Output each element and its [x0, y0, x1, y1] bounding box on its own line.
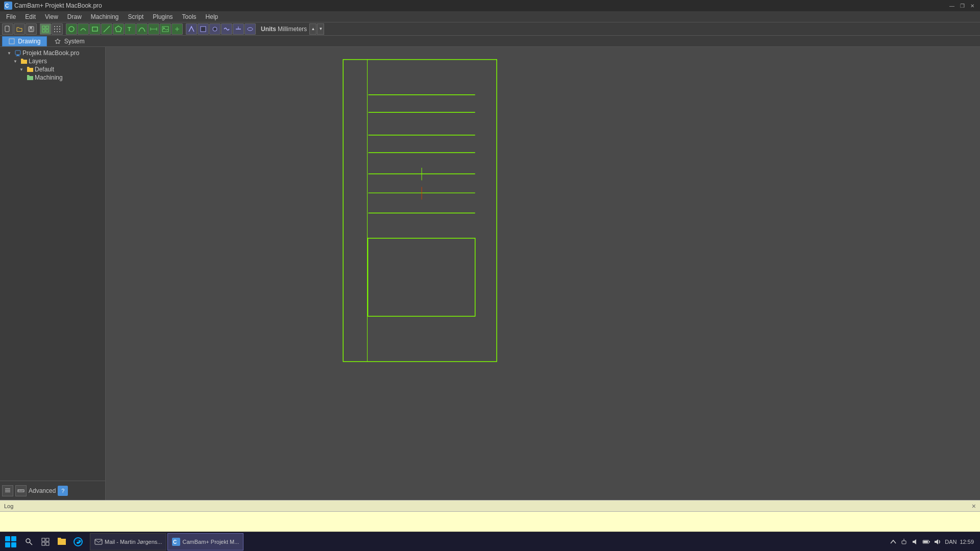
mach-profile-button[interactable]: [186, 23, 197, 35]
svg-point-64: [26, 539, 30, 543]
draw-circle-button[interactable]: [66, 23, 77, 35]
save-button[interactable]: [26, 23, 37, 35]
layers-folder-icon: [20, 58, 28, 65]
draw-arc-button[interactable]: [78, 23, 89, 35]
taskbar-apps: Mail - Martin Jørgens... C CamBam+ Proje…: [90, 533, 243, 550]
taskbar-explorer-button[interactable]: [54, 534, 69, 549]
svg-point-18: [59, 31, 60, 32]
default-folder-icon: [27, 66, 34, 73]
menu-file[interactable]: File: [2, 12, 20, 21]
dots-button[interactable]: [52, 23, 63, 35]
svg-rect-2: [5, 26, 9, 32]
draw-dim-button[interactable]: [148, 23, 159, 35]
sidebar: Projekt MacBook.pro Layers Default: [0, 47, 106, 500]
menu-plugins[interactable]: Plugins: [149, 12, 177, 21]
tab-system[interactable]: System: [48, 36, 91, 46]
start-button[interactable]: [2, 533, 19, 550]
tree-default[interactable]: Default: [2, 65, 103, 73]
taskbar-cambam-app[interactable]: C CamBam+ Projekt M...: [167, 533, 243, 550]
menu-draw[interactable]: Draw: [63, 12, 86, 21]
svg-rect-9: [46, 30, 48, 32]
svg-point-16: [54, 31, 55, 32]
ruler-button[interactable]: [15, 485, 27, 496]
tab-drawing[interactable]: Drawing: [2, 36, 47, 46]
draw-text-button[interactable]: T: [125, 23, 136, 35]
taskbar: Mail - Martin Jørgens... C CamBam+ Proje…: [0, 532, 980, 551]
svg-rect-78: [923, 541, 928, 543]
mail-app-icon: [94, 538, 103, 546]
draw-line-button[interactable]: [101, 23, 112, 35]
taskbar-right: DAN 12:59: [890, 538, 978, 546]
svg-rect-36: [9, 39, 14, 44]
menu-view[interactable]: View: [41, 12, 62, 21]
svg-rect-68: [42, 542, 45, 545]
draw-spline-button[interactable]: [136, 23, 148, 35]
svg-point-15: [59, 29, 60, 30]
svg-point-10: [54, 26, 55, 27]
taskbar-edge-button[interactable]: [70, 534, 86, 549]
menu-script[interactable]: Script: [124, 12, 148, 21]
mach-score-button[interactable]: [233, 23, 244, 35]
restore-button[interactable]: ❐: [959, 2, 966, 9]
svg-line-21: [104, 26, 110, 32]
svg-rect-47: [111, 47, 974, 500]
windows-icon: [5, 536, 17, 548]
network-icon: [900, 538, 908, 546]
sep2: [63, 23, 65, 35]
open-button[interactable]: [14, 23, 25, 35]
svg-text:C: C: [173, 539, 177, 545]
new-button[interactable]: [2, 23, 13, 35]
grid-button[interactable]: [40, 23, 51, 35]
svg-rect-67: [46, 538, 49, 541]
taskbar-taskview-button[interactable]: [38, 534, 53, 549]
canvas-area[interactable]: [106, 47, 980, 500]
taskview-icon: [41, 538, 50, 546]
log-header: Log ×: [0, 500, 980, 512]
properties-button[interactable]: [2, 485, 13, 496]
mach-pocket-button[interactable]: [198, 23, 209, 35]
language-indicator: DAN: [945, 539, 957, 545]
mach-drill-button[interactable]: [209, 23, 220, 35]
draw-image-button[interactable]: [160, 23, 171, 35]
layers-expand-icon: [12, 58, 19, 65]
cambam-app-icon: C: [172, 538, 180, 546]
menu-machining[interactable]: Machining: [87, 12, 123, 21]
taskbar-quick-icons: [21, 534, 86, 549]
svg-rect-7: [46, 26, 48, 29]
close-button[interactable]: ✕: [969, 2, 976, 9]
svg-point-19: [69, 27, 74, 32]
draw-point-button[interactable]: [172, 23, 183, 35]
tree-root[interactable]: Projekt MacBook.pro: [2, 49, 103, 57]
help-badge[interactable]: ?: [58, 486, 68, 496]
log-close-button[interactable]: ×: [972, 502, 976, 510]
minimize-button[interactable]: —: [948, 2, 955, 9]
menu-tools[interactable]: Tools: [178, 12, 201, 21]
chevron-up-icon: [890, 538, 897, 545]
svg-rect-69: [46, 542, 49, 545]
cambam-app-label: CamBam+ Projekt M...: [182, 539, 239, 545]
title-bar: C CamBam+ Projekt MacBook.pro — ❐ ✕: [0, 0, 980, 11]
svg-point-14: [57, 29, 58, 30]
tree-layers[interactable]: Layers: [2, 57, 103, 65]
draw-poly-button[interactable]: [113, 23, 124, 35]
default-expand-icon: [18, 66, 26, 73]
menu-help[interactable]: Help: [202, 12, 223, 21]
svg-marker-22: [115, 26, 121, 32]
menu-edit[interactable]: Edit: [21, 12, 40, 21]
units-up-button[interactable]: ▲: [309, 23, 316, 35]
taskbar-mail-app[interactable]: Mail - Martin Jørgens...: [90, 533, 166, 550]
advanced-label[interactable]: Advanced: [29, 487, 56, 494]
svg-rect-74: [902, 541, 906, 544]
machining-file-icon: [27, 74, 34, 81]
svg-point-13: [54, 29, 55, 30]
mach-lathe-button[interactable]: [244, 23, 256, 35]
units-down-button[interactable]: ▼: [317, 23, 324, 35]
speaker-icon: [934, 538, 942, 546]
edge-icon: [73, 537, 83, 547]
svg-rect-66: [42, 538, 45, 541]
draw-rect-button[interactable]: [89, 23, 101, 35]
tree-machining[interactable]: Machining: [2, 73, 103, 82]
svg-rect-6: [42, 26, 45, 29]
mach-engrave-button[interactable]: [221, 23, 232, 35]
taskbar-search-button[interactable]: [21, 534, 37, 549]
